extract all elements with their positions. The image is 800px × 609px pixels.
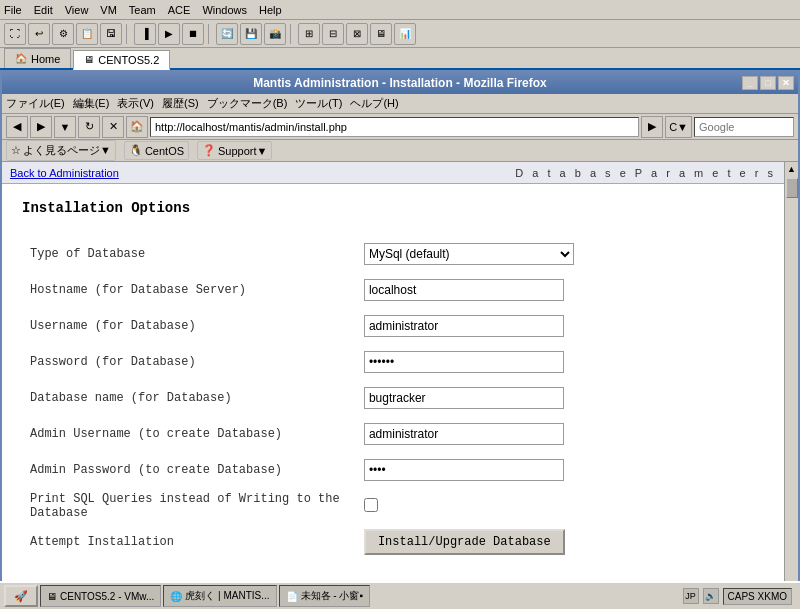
label-admin-user: Admin Username (to create Database) (22, 416, 356, 452)
taskbar-items: 🖥 CENTOS5.2 - VMw... 🌐 虎刻く | MANTIS... 📄… (40, 585, 677, 607)
tb-btn-7[interactable]: ▶ (158, 23, 180, 45)
taskbar-item-doc[interactable]: 📄 未知各 - 小窗▪ (279, 585, 370, 607)
input-dbname[interactable] (364, 387, 564, 409)
taskbar: 🚀 🖥 CENTOS5.2 - VMw... 🌐 虎刻く | MANTIS...… (0, 581, 800, 609)
browser-menu-tools[interactable]: ツール(T) (295, 96, 342, 111)
input-password[interactable] (364, 351, 564, 373)
home-nav-button[interactable]: 🏠 (126, 116, 148, 138)
taskbar-mantis-icon: 🌐 (170, 591, 182, 602)
vmware-toolbar: ⛶ ↩ ⚙ 📋 🖫 ▐ ▶ ⏹ 🔄 💾 📸 ⊞ ⊟ ⊠ 🖥 📊 (0, 20, 800, 48)
tb-sep-3 (290, 24, 294, 44)
label-print-sql: Print SQL Queries instead of Writing to … (22, 488, 356, 524)
back-button[interactable]: ◀ (6, 116, 28, 138)
scroll-thumb[interactable] (786, 178, 798, 198)
go-button[interactable]: ▶ (641, 116, 663, 138)
tb-btn-2[interactable]: ↩ (28, 23, 50, 45)
browser-title: Mantis Administration - Installation - M… (253, 76, 547, 90)
label-db-type: Type of Database (22, 236, 356, 272)
browser-menu-history[interactable]: 履歴(S) (162, 96, 199, 111)
forward-button[interactable]: ▶ (30, 116, 52, 138)
tb-btn-16[interactable]: 📊 (394, 23, 416, 45)
tb-btn-12[interactable]: ⊞ (298, 23, 320, 45)
taskbar-mantis-label: 虎刻く | MANTIS... (185, 589, 269, 603)
menu-file[interactable]: File (4, 4, 22, 16)
menu-view[interactable]: View (65, 4, 89, 16)
reload-button[interactable]: ↻ (78, 116, 100, 138)
menu-edit[interactable]: Edit (34, 4, 53, 16)
tb-btn-14[interactable]: ⊠ (346, 23, 368, 45)
tb-btn-15[interactable]: 🖥 (370, 23, 392, 45)
tb-btn-1[interactable]: ⛶ (4, 23, 26, 45)
tb-btn-13[interactable]: ⊟ (322, 23, 344, 45)
browser-scrollbar[interactable]: ▲ ▼ (784, 162, 798, 608)
section-title: Installation Options (22, 200, 764, 216)
label-password: Password (for Database) (22, 344, 356, 380)
bookmarks-bar: ☆ よく見るページ▼ 🐧 CentOS ❓ Support▼ (2, 140, 798, 162)
input-admin-password[interactable] (364, 459, 564, 481)
maximize-button[interactable]: □ (760, 76, 776, 90)
minimize-button[interactable]: _ (742, 76, 758, 90)
select-db-type[interactable]: MySql (default) PostgreSQL Oracle (364, 243, 574, 265)
input-username[interactable] (364, 315, 564, 337)
dropdown-button[interactable]: ▼ (54, 116, 76, 138)
browser-menu-bookmarks[interactable]: ブックマーク(B) (207, 96, 288, 111)
form-row-hostname: Hostname (for Database Server) (22, 272, 764, 308)
form-row-admin-user: Admin Username (to create Database) (22, 416, 764, 452)
menu-team[interactable]: Team (129, 4, 156, 16)
tb-btn-10[interactable]: 💾 (240, 23, 262, 45)
start-button[interactable]: 🚀 (4, 585, 38, 607)
close-button[interactable]: ✕ (778, 76, 794, 90)
menu-vm[interactable]: VM (100, 4, 117, 16)
systray-lang[interactable]: JP (683, 588, 699, 604)
bookmarks-centos[interactable]: 🐧 CentOS (124, 141, 189, 160)
tb-btn-4[interactable]: 📋 (76, 23, 98, 45)
label-admin-pass: Admin Password (to create Database) (22, 452, 356, 488)
install-button[interactable]: Install/Upgrade Database (364, 529, 565, 555)
tb-btn-5[interactable]: 🖫 (100, 23, 122, 45)
systray-network: 🔊 (703, 588, 719, 604)
tab-home[interactable]: 🏠 Home (4, 48, 71, 68)
page-header-title: D a t a b a s e P a r a m e t e r s (515, 167, 776, 179)
zoom-dropdown[interactable]: C▼ (665, 116, 692, 138)
bookmarks-frequent[interactable]: ☆ よく見るページ▼ (6, 140, 116, 161)
browser-menu-view[interactable]: 表示(V) (117, 96, 154, 111)
label-install: Attempt Installation (22, 524, 356, 560)
taskbar-doc-icon: 📄 (286, 591, 298, 602)
bookmarks-frequent-label: よく見るページ▼ (23, 143, 111, 158)
label-username: Username (for Database) (22, 308, 356, 344)
browser-menu-edit[interactable]: 編集(E) (73, 96, 110, 111)
scroll-up-button[interactable]: ▲ (785, 162, 798, 176)
url-bar[interactable] (150, 117, 639, 137)
tb-btn-9[interactable]: 🔄 (216, 23, 238, 45)
menu-windows[interactable]: Windows (202, 4, 247, 16)
page-header: Back to Administration D a t a b a s e P… (2, 162, 784, 184)
tb-btn-6[interactable]: ▐ (134, 23, 156, 45)
input-hostname[interactable] (364, 279, 564, 301)
tb-btn-8[interactable]: ⏹ (182, 23, 204, 45)
menu-ace[interactable]: ACE (168, 4, 191, 16)
menu-help[interactable]: Help (259, 4, 282, 16)
start-icon: 🚀 (14, 590, 28, 603)
tb-btn-11[interactable]: 📸 (264, 23, 286, 45)
form-row-password: Password (for Database) (22, 344, 764, 380)
bookmarks-support[interactable]: ❓ Support▼ (197, 141, 272, 160)
browser-menu-file[interactable]: ファイル(E) (6, 96, 65, 111)
tab-centos[interactable]: 🖥 CENTOS5.2 (73, 50, 170, 70)
bookmarks-centos-label: CentOS (145, 145, 184, 157)
taskbar-item-mantis[interactable]: 🌐 虎刻く | MANTIS... (163, 585, 276, 607)
checkbox-print-sql[interactable] (364, 498, 378, 512)
tb-btn-3[interactable]: ⚙ (52, 23, 74, 45)
taskbar-centos-label: CENTOS5.2 - VMw... (60, 591, 154, 602)
bookmarks-support-label: Support▼ (218, 145, 267, 157)
home-icon: 🏠 (15, 53, 27, 64)
taskbar-item-centos[interactable]: 🖥 CENTOS5.2 - VMw... (40, 585, 161, 607)
browser-menu-help[interactable]: ヘルプ(H) (350, 96, 398, 111)
back-to-admin-link[interactable]: Back to Administration (10, 167, 119, 179)
form-row-username: Username (for Database) (22, 308, 764, 344)
form-row-install: Attempt Installation Install/Upgrade Dat… (22, 524, 764, 560)
stop-button[interactable]: ✕ (102, 116, 124, 138)
input-admin-username[interactable] (364, 423, 564, 445)
window-controls: _ □ ✕ (742, 76, 794, 90)
search-input[interactable] (694, 117, 794, 137)
browser-titlebar: Mantis Administration - Installation - M… (2, 72, 798, 94)
